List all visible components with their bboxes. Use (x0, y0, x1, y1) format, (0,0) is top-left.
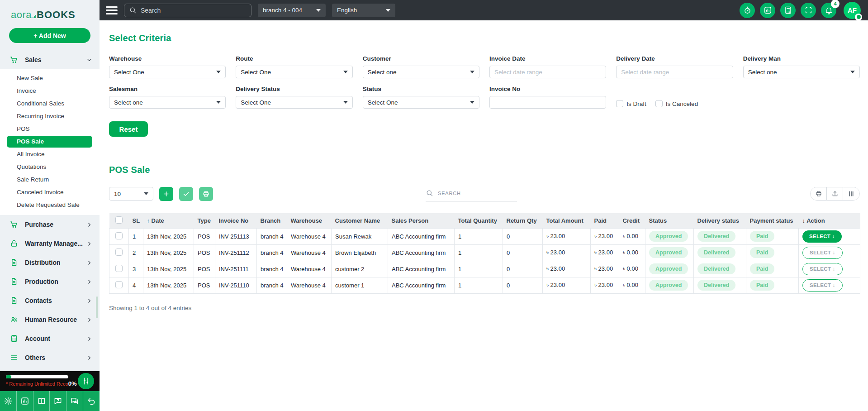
column-header-sales_person[interactable]: Sales Person (388, 213, 455, 228)
sidebar-item-pos-sale[interactable]: POS Sale (7, 136, 92, 148)
delivery-man-select[interactable]: Select one (743, 66, 860, 78)
column-header-type[interactable]: Type (194, 213, 215, 228)
sidebar-item-new-sale[interactable]: New Sale (0, 72, 100, 85)
docs-button[interactable] (33, 391, 50, 411)
sidebar-section-contacts[interactable]: Contacts (0, 291, 100, 310)
print-table-button[interactable] (811, 187, 827, 200)
sidebar-section-account[interactable]: Account (0, 329, 100, 348)
user-avatar[interactable]: AF (844, 2, 861, 19)
approve-selected-button[interactable] (179, 187, 193, 201)
status-select[interactable]: Select One (363, 96, 479, 109)
invoice-no-input[interactable] (494, 99, 601, 106)
cell-total_amount: ৳ 23.00 (543, 228, 591, 244)
sidebar-section-production[interactable]: Production (0, 272, 100, 291)
reports-button[interactable] (17, 391, 33, 411)
preferences-button[interactable] (78, 373, 94, 389)
table-search-input[interactable] (438, 191, 517, 196)
cell-paid: ৳ 23.00 (591, 261, 619, 277)
delivery-status-select[interactable]: Select One (236, 96, 352, 109)
sidebar-item-delete-requested-sale[interactable]: Delete Requested Sale (0, 199, 100, 211)
sidebar-item-conditional-sales[interactable]: Conditional Sales (0, 97, 100, 110)
cell-customer_name: Brown Elijabeth (332, 244, 388, 261)
invoice-date-input[interactable] (494, 69, 601, 76)
customer-select[interactable]: Select one (363, 66, 479, 78)
is-canceled-checkbox[interactable] (655, 100, 663, 107)
column-header-return_qty[interactable]: Return Qty (503, 213, 543, 228)
row-checkbox[interactable] (115, 281, 123, 288)
sidebar-item-recurring-invoice[interactable]: Recurring Invoice (0, 110, 100, 123)
page-size-select[interactable]: 10 (109, 187, 153, 201)
cell-credit: ৳ 0.00 (619, 261, 645, 277)
cell-paid: ৳ 23.00 (591, 277, 619, 293)
scan-button[interactable] (801, 3, 816, 18)
analytics-button[interactable] (760, 3, 775, 18)
help-button[interactable] (50, 391, 66, 411)
sidebar-section-distribution[interactable]: Distribution (0, 253, 100, 272)
sidebar-section-purchase[interactable]: Purchase (0, 215, 100, 234)
usage-meter: * Remaining Unlimited Reco.. 0% (0, 371, 100, 391)
salesman-select[interactable]: Select one (109, 96, 226, 109)
filter-label: Customer (363, 55, 479, 62)
is-draft-checkbox[interactable] (616, 100, 623, 107)
row-checkbox[interactable] (115, 265, 123, 272)
settings-button[interactable] (0, 391, 17, 411)
column-header-total_quantity[interactable]: Total Quantity (455, 213, 503, 228)
sidebar-section-human-resource[interactable]: Human Resource (0, 310, 100, 329)
column-header-paid[interactable]: Paid (591, 213, 619, 228)
row-checkbox[interactable] (115, 249, 123, 256)
is-draft-option[interactable]: Is Draft (616, 100, 646, 107)
sidebar-item-quotations[interactable]: Quotations (0, 161, 100, 173)
time-tracking-button[interactable] (740, 3, 755, 18)
route-select[interactable]: Select One (236, 66, 352, 78)
column-header-sl[interactable]: SL (129, 213, 143, 228)
select-button[interactable]: SELECT ↓ (802, 247, 843, 259)
sidebar-item-all-invoice[interactable]: All Invoice (0, 148, 100, 161)
select-button[interactable]: SELECT ↓ (802, 263, 843, 275)
column-header-total_amount[interactable]: Total Amount (543, 213, 591, 228)
add-new-button[interactable]: + Add New (9, 28, 90, 43)
column-header-invoice_no[interactable]: Invoice No (215, 213, 257, 228)
table-search[interactable] (426, 187, 517, 201)
sidebar-item-pos[interactable]: POS (0, 123, 100, 135)
select-button[interactable]: SELECT ↓ (802, 279, 843, 292)
column-header-customer_name[interactable]: Customer Name (332, 213, 388, 228)
notifications-button[interactable]: 4 (821, 3, 836, 18)
brand-logo[interactable]: aora BOOKS (0, 0, 100, 21)
calculator-button[interactable] (780, 3, 796, 18)
sidebar-item-invoice[interactable]: Invoice (0, 85, 100, 97)
select-button[interactable]: SELECT ↓ (802, 230, 842, 243)
export-table-button[interactable] (827, 187, 843, 200)
cell-sales_person: ABC Accounting firm (388, 277, 455, 293)
is-canceled-option[interactable]: Is Canceled (655, 100, 698, 107)
sidebar-scrollbar[interactable] (96, 296, 98, 318)
sidebar-section-sales[interactable]: Sales (0, 50, 100, 69)
column-header-credit[interactable]: Credit (619, 213, 645, 228)
branch-select[interactable]: branch 4 - 004 (258, 4, 326, 17)
sidebar-item-canceled-invoice[interactable]: Canceled Invoice (0, 186, 100, 199)
column-header-action[interactable]: ↓ Action (799, 213, 860, 228)
language-select[interactable]: English (332, 4, 395, 17)
column-header-payment_status[interactable]: Payment status (746, 213, 799, 228)
column-header-date[interactable]: ↑ Date (143, 213, 194, 228)
sidebar-section-warranty-manage[interactable]: Warranty Manage... (0, 234, 100, 253)
select-all-checkbox[interactable] (115, 216, 123, 224)
column-header-branch[interactable]: Branch (257, 213, 287, 228)
column-settings-button[interactable] (843, 187, 859, 200)
column-header-delivery_status[interactable]: Delivery status (694, 213, 746, 228)
print-selected-button[interactable] (199, 187, 213, 201)
add-record-button[interactable] (159, 187, 173, 201)
row-checkbox[interactable] (115, 232, 123, 239)
delivery-date-input[interactable] (621, 69, 728, 76)
sidebar-section-others[interactable]: Others (0, 348, 100, 367)
reset-button[interactable]: Reset (109, 121, 148, 137)
global-search[interactable] (124, 4, 251, 17)
undo-button[interactable] (83, 391, 100, 411)
sidebar-item-sale-return[interactable]: Sale Return (0, 173, 100, 186)
chat-button[interactable] (66, 391, 83, 411)
sales-submenu: New SaleInvoiceConditional SalesRecurrin… (0, 69, 100, 215)
column-header-status[interactable]: Status (645, 213, 694, 228)
warehouse-select[interactable]: Select One (109, 66, 226, 78)
global-search-input[interactable] (141, 7, 247, 14)
menu-toggle-button[interactable] (106, 6, 118, 15)
column-header-warehouse[interactable]: Warehouse (287, 213, 332, 228)
